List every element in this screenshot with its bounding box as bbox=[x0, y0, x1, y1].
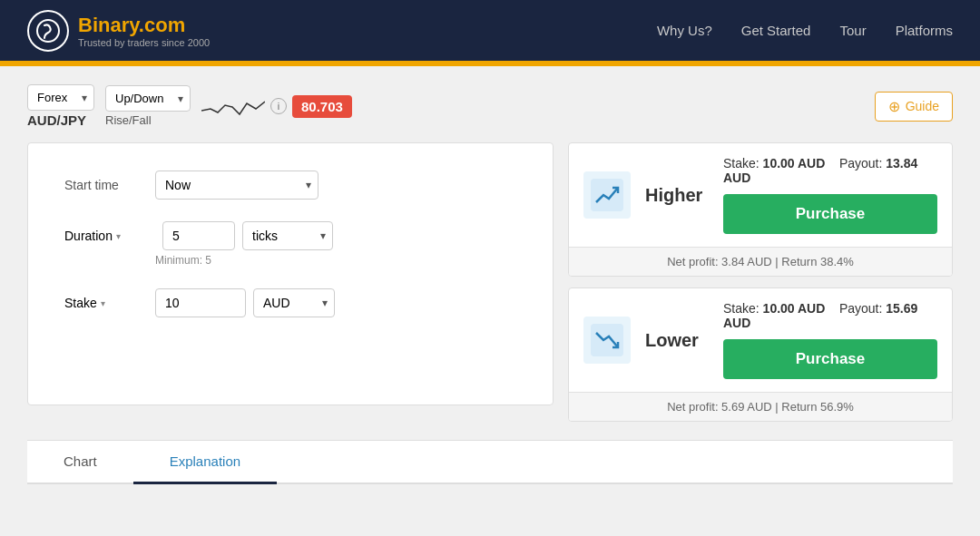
currency-select-wrap: AUD bbox=[253, 288, 335, 317]
duration-minimum-text: Minimum: 5 bbox=[155, 254, 516, 267]
duration-label-area: Duration ▾ bbox=[64, 229, 155, 243]
logo-area: Binary.com Trusted by traders since 2000 bbox=[27, 10, 210, 52]
info-icon[interactable]: i bbox=[270, 98, 287, 114]
higher-payout-label: Payout: bbox=[839, 156, 882, 171]
logo-tagline: Trusted by traders since 2000 bbox=[78, 37, 210, 48]
duration-arrow-icon: ▾ bbox=[116, 231, 121, 241]
lower-net-profit: Net profit: 5.69 AUD | Return 56.9% bbox=[569, 392, 952, 421]
nav-why-us[interactable]: Why Us? bbox=[657, 23, 712, 38]
contract-subtype-label: Rise/Fall bbox=[105, 113, 191, 127]
asset-label: AUD/JPY bbox=[27, 112, 94, 128]
lower-card: Lower Stake: 10.00 AUD Payout: 15.69 AUD… bbox=[568, 287, 953, 422]
bottom-tabs: Chart Explanation bbox=[27, 440, 953, 484]
duration-unit-select[interactable]: ticks bbox=[242, 221, 333, 250]
main-nav: Why Us? Get Started Tour Platforms bbox=[657, 23, 953, 38]
logo-text: Binary.com Trusted by traders since 2000 bbox=[78, 14, 210, 48]
lower-icon bbox=[583, 317, 631, 364]
svg-rect-2 bbox=[591, 324, 623, 356]
lower-info: Stake: 10.00 AUD Payout: 15.69 AUD Purch… bbox=[723, 301, 937, 379]
higher-stake-value: 10.00 AUD bbox=[763, 156, 826, 171]
contract-type-select[interactable]: Up/Down bbox=[105, 85, 191, 112]
nav-tour[interactable]: Tour bbox=[839, 23, 866, 38]
higher-purchase-button[interactable]: Purchase bbox=[723, 194, 937, 234]
duration-label: Duration bbox=[64, 229, 113, 243]
stake-section: AUD bbox=[155, 288, 335, 317]
svg-rect-1 bbox=[591, 179, 623, 211]
market-category-wrapper: Forex bbox=[27, 84, 94, 111]
stake-label-area: Stake ▾ bbox=[64, 296, 155, 310]
stake-label: Stake bbox=[64, 296, 97, 310]
duration-unit-select-wrap: ticks bbox=[242, 221, 333, 250]
lower-stake-value: 10.00 AUD bbox=[763, 301, 826, 316]
right-panel: Higher Stake: 10.00 AUD Payout: 13.84 AU… bbox=[568, 142, 953, 422]
header: Binary.com Trusted by traders since 2000… bbox=[0, 0, 980, 63]
logo-brand: Binary.com bbox=[78, 14, 210, 37]
higher-info: Stake: 10.00 AUD Payout: 13.84 AUD Purch… bbox=[723, 156, 937, 234]
duration-value-input[interactable] bbox=[162, 221, 235, 250]
higher-card: Higher Stake: 10.00 AUD Payout: 13.84 AU… bbox=[568, 142, 953, 277]
currency-select[interactable]: AUD bbox=[253, 288, 335, 317]
stake-value-input[interactable] bbox=[155, 288, 246, 317]
guide-button[interactable]: ⊕ Guide bbox=[875, 92, 953, 122]
higher-label: Higher bbox=[645, 185, 709, 206]
market-category-select[interactable]: Forex bbox=[27, 84, 94, 111]
start-time-select-wrap: Now bbox=[155, 171, 318, 200]
higher-icon bbox=[583, 171, 631, 219]
higher-stake-label: Stake: bbox=[723, 156, 760, 171]
tab-explanation[interactable]: Explanation bbox=[133, 441, 277, 484]
higher-net-profit: Net profit: 3.84 AUD | Return 38.4% bbox=[569, 247, 952, 276]
lower-payout-label: Payout: bbox=[839, 301, 882, 316]
higher-card-top: Higher Stake: 10.00 AUD Payout: 13.84 AU… bbox=[569, 143, 952, 247]
main-content: Forex AUD/JPY Up/Down Rise/Fall i 80.703 bbox=[0, 66, 980, 536]
lower-stake-payout: Stake: 10.00 AUD Payout: 15.69 AUD bbox=[723, 301, 937, 330]
contract-type-wrapper: Up/Down bbox=[105, 85, 191, 112]
lower-card-top: Lower Stake: 10.00 AUD Payout: 15.69 AUD… bbox=[569, 288, 952, 392]
price-badge: 80.703 bbox=[292, 95, 352, 118]
stake-row: Stake ▾ AUD bbox=[64, 288, 516, 317]
start-time-control: Now bbox=[155, 171, 318, 200]
start-time-select[interactable]: Now bbox=[155, 171, 318, 200]
svg-point-0 bbox=[37, 20, 59, 42]
duration-row: Duration ▾ ticks Minimum: 5 bbox=[64, 221, 516, 267]
guide-icon: ⊕ bbox=[888, 98, 900, 115]
stake-arrow-icon: ▾ bbox=[101, 298, 105, 308]
two-col-layout: Start time Now Duration ▾ bbox=[27, 142, 953, 422]
start-time-label: Start time bbox=[64, 178, 155, 192]
price-chart-area: i 80.703 bbox=[201, 93, 352, 120]
nav-get-started[interactable]: Get Started bbox=[741, 23, 811, 38]
lower-label: Lower bbox=[645, 330, 709, 351]
left-panel: Start time Now Duration ▾ bbox=[27, 142, 554, 405]
nav-platforms[interactable]: Platforms bbox=[896, 23, 953, 38]
logo-icon bbox=[27, 10, 69, 52]
higher-stake-payout: Stake: 10.00 AUD Payout: 13.84 AUD bbox=[723, 156, 937, 185]
tab-chart[interactable]: Chart bbox=[27, 441, 133, 484]
lower-stake-label: Stake: bbox=[723, 301, 760, 316]
mini-chart bbox=[201, 93, 265, 120]
lower-purchase-button[interactable]: Purchase bbox=[723, 339, 937, 379]
duration-inputs-row: Duration ▾ ticks bbox=[64, 221, 516, 250]
top-controls: Forex AUD/JPY Up/Down Rise/Fall i 80.703 bbox=[27, 84, 953, 128]
start-time-row: Start time Now bbox=[64, 171, 516, 200]
